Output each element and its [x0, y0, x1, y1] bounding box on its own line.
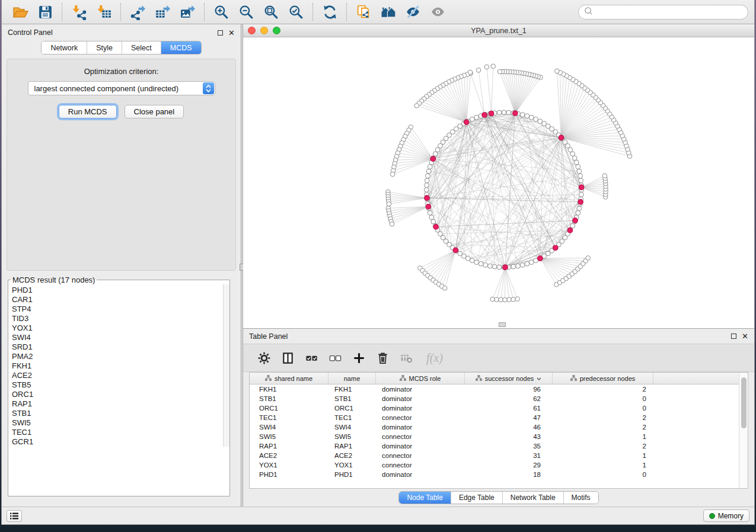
table-row[interactable]: SWI4SWI4dominator462: [250, 422, 748, 432]
cell-predecessor-nodes: 1: [553, 433, 653, 440]
cell-predecessor-nodes: 2: [553, 424, 653, 431]
table-row[interactable]: YOX1YOX1connector291: [250, 460, 748, 470]
window-minimize-button[interactable]: [260, 27, 268, 34]
criterion-value: largest connected component (undirected): [34, 84, 179, 93]
cell-name: PHD1: [328, 471, 376, 478]
search-input[interactable]: [596, 8, 742, 16]
column-header-MCDS-role[interactable]: MCDS role: [376, 373, 465, 384]
two-houses-icon[interactable]: [376, 2, 401, 22]
float-panel-icon[interactable]: [218, 30, 223, 36]
mcds-node-item[interactable]: GCR1: [12, 437, 229, 447]
horizontal-splitter-handle[interactable]: [499, 322, 506, 327]
mcds-node-item[interactable]: STB1: [12, 409, 229, 418]
zoom-out-icon[interactable]: [234, 2, 259, 22]
toolbar-separator: [346, 3, 347, 21]
mcds-node-item[interactable]: PHD1: [12, 286, 229, 295]
tab-network[interactable]: Network: [42, 41, 87, 54]
column-header-successor-nodes[interactable]: successor nodes: [465, 373, 553, 384]
mcds-node-item[interactable]: PMA2: [12, 352, 229, 361]
cell-successor-nodes: 46: [465, 424, 553, 431]
tab-select[interactable]: Select: [122, 41, 161, 54]
mcds-node-item[interactable]: TEC1: [12, 428, 229, 437]
gear-icon[interactable]: [255, 349, 273, 367]
mcds-node-item[interactable]: SRD1: [12, 342, 229, 352]
tab-network-table[interactable]: Network Table: [503, 492, 564, 504]
zoom-fit-icon[interactable]: [259, 2, 283, 22]
show-eye-icon[interactable]: [426, 2, 451, 22]
sort-chevron-icon: [537, 375, 541, 382]
run-mcds-button[interactable]: Run MCDS: [59, 105, 117, 118]
refresh-icon[interactable]: [317, 2, 342, 22]
table-row[interactable]: SWI5SWI5connector431: [250, 432, 748, 441]
table-scrollbar[interactable]: [739, 373, 748, 488]
columns-icon[interactable]: [279, 349, 296, 367]
tab-style[interactable]: Style: [87, 41, 122, 54]
mcds-node-item[interactable]: CAR1: [12, 295, 229, 305]
hide-eye-icon[interactable]: [401, 2, 426, 22]
save-icon[interactable]: [33, 2, 58, 22]
mcds-node-item[interactable]: STP4: [12, 305, 229, 314]
window-close-button[interactable]: [248, 27, 256, 34]
export-table-icon[interactable]: [150, 2, 175, 22]
network-titlebar: YPA_prune.txt_1: [243, 24, 754, 37]
export-image-icon[interactable]: [175, 2, 200, 22]
column-header-predecessor-nodes[interactable]: predecessor nodes: [553, 373, 653, 384]
tab-node-table[interactable]: Node Table: [399, 492, 451, 504]
mcds-node-item[interactable]: RAP1: [12, 399, 229, 409]
delete-table-icon[interactable]: [397, 349, 415, 367]
zoom-in-icon[interactable]: [209, 2, 234, 22]
column-header-name[interactable]: name: [328, 373, 376, 384]
table-body: FKH1FKH1dominator962STB1STB1dominator620…: [250, 384, 748, 479]
mcds-node-item[interactable]: ACE2: [12, 371, 229, 380]
tab-mcds[interactable]: MCDS: [161, 41, 201, 54]
cell-shared-name: PHD1: [250, 471, 328, 478]
table-row[interactable]: STB1STB1dominator620: [250, 394, 748, 403]
column-header-shared-name[interactable]: shared name: [250, 373, 328, 384]
cell-successor-nodes: 35: [465, 443, 553, 450]
mcds-node-item[interactable]: ORC1: [12, 390, 229, 399]
criterion-select[interactable]: largest connected component (undirected): [28, 81, 215, 95]
select-all-icon[interactable]: [302, 349, 320, 367]
trash-icon[interactable]: [374, 349, 391, 367]
network-canvas[interactable]: [243, 37, 754, 328]
panel-list-button[interactable]: [7, 510, 22, 522]
table-row[interactable]: RAP1RAP1dominator352: [250, 441, 748, 451]
search-box[interactable]: [578, 5, 748, 20]
mcds-node-item[interactable]: YOX1: [12, 323, 229, 333]
close-table-panel-icon[interactable]: ✕: [742, 332, 748, 340]
tab-motifs[interactable]: Motifs: [564, 492, 598, 504]
mcds-result-scrollbar[interactable]: [223, 284, 229, 447]
table-row[interactable]: ORC1ORC1dominator610: [250, 403, 748, 413]
right-column: YPA_prune.txt_1 Table Panel ✕ f(x): [243, 24, 754, 507]
import-table-icon[interactable]: [91, 2, 116, 22]
import-network-icon[interactable]: [66, 2, 91, 22]
mcds-node-item[interactable]: TID3: [12, 314, 229, 323]
open-folder-icon[interactable]: [8, 2, 33, 22]
network-graph[interactable]: [243, 37, 754, 328]
float-table-panel-icon[interactable]: [731, 334, 736, 339]
zoom-selected-icon[interactable]: [283, 2, 308, 22]
attribute-tree-icon: [476, 375, 482, 382]
export-network-icon[interactable]: [125, 2, 150, 22]
cell-successor-nodes: 96: [465, 386, 553, 393]
mcds-node-item[interactable]: FKH1: [12, 361, 229, 371]
table-row[interactable]: TEC1TEC1connector472: [250, 413, 748, 422]
pages-share-icon[interactable]: [351, 2, 376, 22]
table-row[interactable]: PHD1PHD1dominator180: [250, 470, 748, 479]
add-icon[interactable]: [350, 349, 368, 367]
function-icon[interactable]: f(x): [421, 349, 448, 367]
window-zoom-button[interactable]: [273, 27, 280, 34]
tab-edge-table[interactable]: Edge Table: [451, 492, 503, 504]
mcds-node-item[interactable]: STB5: [12, 380, 229, 390]
memory-button[interactable]: Memory: [703, 509, 749, 522]
close-panel-icon[interactable]: ✕: [228, 29, 235, 37]
table-scrollbar-thumb[interactable]: [741, 377, 747, 428]
mcds-node-item[interactable]: SWI4: [12, 333, 229, 342]
table-row[interactable]: FKH1FKH1dominator962: [250, 384, 748, 394]
mcds-result-list: PHD1CAR1STP4TID3YOX1SWI4SRD1PMA2FKH1ACE2…: [12, 286, 229, 447]
cell-shared-name: RAP1: [250, 443, 328, 450]
deselect-all-icon[interactable]: [326, 349, 344, 367]
mcds-node-item[interactable]: SWI5: [12, 418, 229, 428]
table-row[interactable]: ACE2ACE2connector311: [250, 451, 748, 460]
close-mcds-button[interactable]: Close panel: [125, 105, 184, 118]
